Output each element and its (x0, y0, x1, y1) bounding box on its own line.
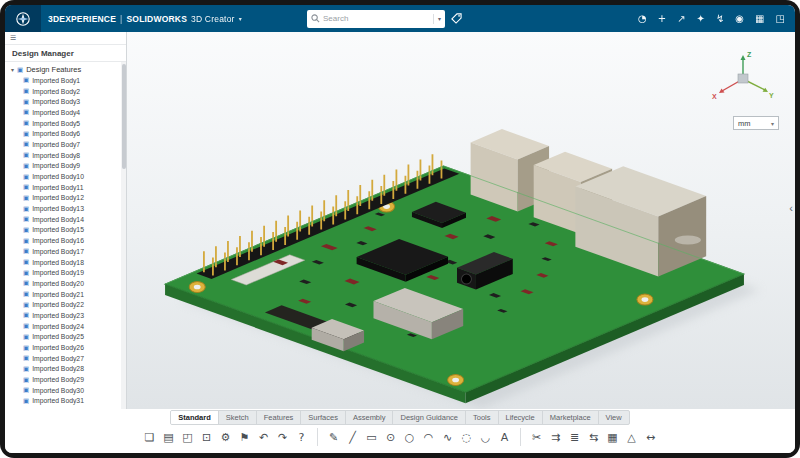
line-icon[interactable]: ╱ (344, 428, 361, 446)
tab-features[interactable]: Features (256, 411, 301, 424)
mirror-entities-icon[interactable]: ⇆ (585, 428, 602, 446)
compass-icon[interactable]: ◔ (638, 14, 647, 24)
tag-icon[interactable]: ⚑ (236, 428, 253, 446)
undo-icon[interactable]: ↶ (255, 428, 272, 446)
tree-item[interactable]: ▣ Imported Body28 (5, 364, 126, 375)
tree-item[interactable]: ▣ Imported Body11 (5, 182, 126, 193)
tree-item[interactable]: ▣ Imported Body5 (5, 118, 126, 129)
tree-item[interactable]: ▣ Imported Body4 (5, 107, 126, 118)
sketch-icon[interactable]: ✎ (325, 428, 342, 446)
flash-icon[interactable]: ↯ (716, 14, 724, 24)
settings-icon[interactable]: ⚙ (217, 428, 234, 446)
collaboration-icon[interactable]: ✦ (697, 14, 705, 24)
tree-item[interactable]: ▣ Imported Body23 (5, 310, 126, 321)
tab-design-guidance[interactable]: Design Guidance (392, 411, 465, 424)
3dexperience-logo[interactable] (5, 5, 41, 32)
share-icon[interactable]: ↗ (677, 14, 685, 24)
panel-menu-icon[interactable]: ☰ (10, 34, 16, 42)
tree-item[interactable]: ▣ Imported Body15 (5, 225, 126, 236)
tab-surfaces[interactable]: Surfaces (300, 411, 345, 424)
tree-item[interactable]: ▣ Imported Body22 (5, 299, 126, 310)
toolbar: ❏▤◰⊡⚙⚑↶↷? ✎╱▭⊙○◠∿◌◡A ✂⇉≣⇆▦△↔ (134, 428, 666, 446)
tree-item[interactable]: ▣ Imported Body18 (5, 257, 126, 268)
search-input[interactable] (323, 14, 430, 23)
save-icon[interactable]: ◰ (179, 428, 196, 446)
apps-grid-icon[interactable]: ▦ (755, 14, 764, 24)
chevron-down-icon: ▾ (771, 120, 774, 127)
tab-sketch[interactable]: Sketch (218, 411, 256, 424)
sketch-fillet-icon[interactable]: ◡ (477, 428, 494, 446)
body-icon: ▣ (23, 194, 29, 202)
redo-icon[interactable]: ↷ (274, 428, 291, 446)
polygon-icon[interactable]: △ (623, 428, 640, 446)
scrollbar-thumb[interactable] (122, 64, 126, 169)
tab-marketplace[interactable]: Marketplace (542, 411, 598, 424)
tree-item[interactable]: ▣ Imported Body21 (5, 289, 126, 300)
tab-assembly[interactable]: Assembly (345, 411, 393, 424)
tree-item[interactable]: ▣ Imported Body24 (5, 321, 126, 332)
smart-dimension-icon[interactable]: ↔ (642, 428, 659, 446)
fullscreen-icon[interactable]: ◳ (776, 14, 785, 24)
units-dropdown[interactable]: mm ▾ (733, 116, 779, 130)
tree-item[interactable]: ▣ Imported Body16 (5, 235, 126, 246)
user-icon[interactable]: ◉ (735, 14, 744, 24)
tree-item[interactable]: ▣ Imported Body14 (5, 214, 126, 225)
body-icon: ▣ (23, 87, 29, 95)
add-icon[interactable]: + (658, 14, 666, 24)
tree-item[interactable]: ▣ Imported Body12 (5, 193, 126, 204)
body-icon: ▣ (23, 269, 29, 277)
3d-model-raspberry-pi[interactable] (127, 32, 795, 409)
help-icon[interactable]: ? (293, 428, 310, 446)
tree-item[interactable]: ▣ Imported Body29 (5, 374, 126, 385)
tab-lifecycle[interactable]: Lifecycle (498, 411, 542, 424)
tree-root-design-features[interactable]: ▾ ▣ Design Features (5, 64, 126, 75)
circle-icon[interactable]: ⊙ (382, 428, 399, 446)
search-box[interactable]: ▾ (307, 10, 445, 28)
tree-item[interactable]: ▣ Imported Body30 (5, 385, 126, 396)
tag-icon[interactable] (451, 13, 462, 24)
tab-view[interactable]: View (598, 411, 629, 424)
tree-item[interactable]: ▣ Imported Body31 (5, 396, 126, 407)
offset-entities-icon[interactable]: ≣ (566, 428, 583, 446)
tree-item[interactable]: ▣ Imported Body13 (5, 203, 126, 214)
app-name[interactable]: 3D Creator (191, 14, 235, 24)
print-icon[interactable]: ⊡ (198, 428, 215, 446)
tab-standard[interactable]: Standard (171, 411, 218, 424)
tree-item[interactable]: ▣ Imported Body9 (5, 161, 126, 172)
tree-item[interactable]: ▣ Imported Body1 (5, 75, 126, 86)
text-icon[interactable]: A (496, 428, 513, 446)
body-icon: ▣ (23, 344, 29, 352)
tree-item[interactable]: ▣ Imported Body25 (5, 332, 126, 343)
tree-item[interactable]: ▣ Imported Body20 (5, 278, 126, 289)
collapse-panel-icon[interactable]: ‹ (789, 202, 793, 214)
tree-item[interactable]: ▣ Imported Body17 (5, 246, 126, 257)
chevron-down-icon[interactable]: ▾ (239, 15, 242, 22)
tab-tools[interactable]: Tools (465, 411, 498, 424)
spline-icon[interactable]: ∿ (439, 428, 456, 446)
tree-item[interactable]: ▣ Imported Body26 (5, 342, 126, 353)
ellipse-icon[interactable]: ◌ (458, 428, 475, 446)
convert-entities-icon[interactable]: ⇉ (547, 428, 564, 446)
tree-item[interactable]: ▣ Imported Body10 (5, 171, 126, 182)
trim-entities-icon[interactable]: ✂ (528, 428, 545, 446)
open-icon[interactable]: ▤ (160, 428, 177, 446)
brand-name: 3DEXPERIENCE (48, 14, 116, 24)
tree-item[interactable]: ▣ Imported Body6 (5, 128, 126, 139)
body-icon: ▣ (23, 205, 29, 213)
tree-item[interactable]: ▣ Imported Body7 (5, 139, 126, 150)
tree-item[interactable]: ▣ Imported Body2 (5, 86, 126, 97)
new-icon[interactable]: ❏ (141, 428, 158, 446)
tree-item[interactable]: ▣ Imported Body19 (5, 267, 126, 278)
tree-item[interactable]: ▣ Imported Body3 (5, 96, 126, 107)
corner-rectangle-icon[interactable]: ▭ (363, 428, 380, 446)
sidebar-scrollbar (121, 62, 126, 409)
centerpoint-arc-icon[interactable]: ◠ (420, 428, 437, 446)
search-chevron-down-icon[interactable]: ▾ (433, 14, 441, 24)
tree-item[interactable]: ▣ Imported Body8 (5, 150, 126, 161)
perimeter-circle-icon[interactable]: ○ (401, 428, 418, 446)
linear-pattern-icon[interactable]: ▦ (604, 428, 621, 446)
tree-item[interactable]: ▣ Imported Body27 (5, 353, 126, 364)
caret-down-icon[interactable]: ▾ (11, 66, 14, 73)
orientation-triad[interactable]: Z X Y (705, 46, 781, 110)
toolbar-file-group: ❏▤◰⊡⚙⚑↶↷? (134, 428, 317, 446)
